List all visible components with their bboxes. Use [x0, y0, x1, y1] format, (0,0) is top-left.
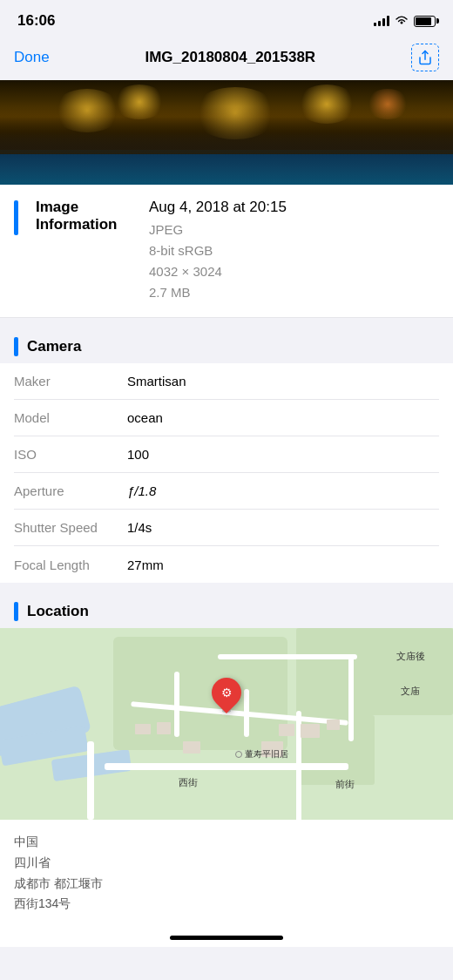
section-accent-camera: [14, 337, 18, 356]
map-label-dongshouping: 董寿平旧居: [235, 748, 288, 760]
image-info-section: Image Information Aug 4, 2018 at 20:15 J…: [0, 185, 453, 318]
table-value-shutter: 1/4s: [127, 520, 439, 535]
info-format: JPEG: [149, 222, 183, 237]
table-value-focal: 27mm: [127, 558, 439, 572]
home-bar: [170, 936, 283, 940]
map-container: 文庙後 文庙 董寿平旧居 西街 前街 ⚙: [0, 628, 453, 820]
battery-icon: [414, 16, 436, 27]
info-colordepth: 8-bit sRGB: [149, 243, 213, 258]
map-label-qianjie: 前街: [335, 778, 355, 791]
table-row: Model ocean: [14, 400, 439, 436]
address-country: 中国: [14, 835, 38, 848]
home-indicator: [0, 927, 453, 947]
map-pin: ⚙: [212, 678, 241, 713]
table-row: Focal Length 27mm: [14, 546, 439, 583]
table-value-maker: Smartisan: [127, 374, 439, 389]
location-section-title: Location: [27, 603, 89, 620]
section-accent-info: [14, 200, 18, 235]
pin-icon: ⚙: [221, 686, 233, 700]
table-row: Aperture ƒ/1.8: [14, 473, 439, 510]
table-label-iso: ISO: [14, 447, 127, 462]
done-button[interactable]: Done: [14, 49, 50, 66]
address-province: 四川省: [14, 855, 51, 869]
table-row: Shutter Speed 1/4s: [14, 510, 439, 546]
table-value-aperture: ƒ/1.8: [127, 483, 439, 498]
status-bar: 16:06: [0, 0, 453, 37]
nav-title: IMG_20180804_201538R: [145, 49, 315, 66]
camera-section-title: Camera: [27, 338, 81, 355]
signal-icon: [374, 16, 389, 26]
table-row: Maker Smartisan: [14, 363, 439, 400]
camera-section-header: Camera: [0, 327, 453, 363]
photo-thumbnail: [0, 80, 453, 185]
table-label-focal: Focal Length: [14, 558, 127, 572]
info-filesize: 2.7 MB: [149, 285, 191, 300]
map-label-xijie: 西街: [179, 776, 198, 789]
wifi-icon: [395, 14, 409, 28]
divider-2: [0, 583, 453, 591]
image-info-title: Image Information: [36, 199, 149, 303]
divider-1: [0, 318, 453, 327]
map-label: 文庙後: [396, 650, 425, 663]
map-label: 文庙: [401, 685, 420, 698]
table-label-aperture: Aperture: [14, 483, 127, 498]
share-button[interactable]: [411, 44, 439, 71]
info-dimensions: 4032 × 3024: [149, 264, 222, 279]
table-label-maker: Maker: [14, 374, 127, 389]
info-main: Image Information Aug 4, 2018 at 20:15 J…: [36, 199, 439, 303]
table-value-iso: 100: [127, 447, 439, 462]
address-street: 西街134号: [14, 896, 71, 910]
table-label-shutter: Shutter Speed: [14, 520, 127, 535]
info-values: Aug 4, 2018 at 20:15 JPEG 8-bit sRGB 403…: [149, 199, 287, 303]
table-row: ISO 100: [14, 436, 439, 473]
location-section-header: Location: [0, 591, 453, 628]
table-label-model: Model: [14, 410, 127, 425]
address-city: 成都市 都江堰市: [14, 876, 103, 890]
address-section: 中国 四川省 成都市 都江堰市 西街134号: [0, 820, 453, 927]
nav-bar: Done IMG_20180804_201538R: [0, 37, 453, 80]
info-date: Aug 4, 2018 at 20:15: [149, 199, 287, 216]
info-meta: JPEG 8-bit sRGB 4032 × 3024 2.7 MB: [149, 220, 287, 303]
table-value-model: ocean: [127, 410, 439, 425]
address-text: 中国 四川省 成都市 都江堰市 西街134号: [14, 832, 439, 915]
share-icon: [417, 50, 433, 65]
section-accent-location: [14, 602, 18, 621]
status-time: 16:06: [17, 12, 55, 30]
status-icons: [374, 14, 436, 28]
camera-table: Maker Smartisan Model ocean ISO 100 Aper…: [0, 363, 453, 583]
